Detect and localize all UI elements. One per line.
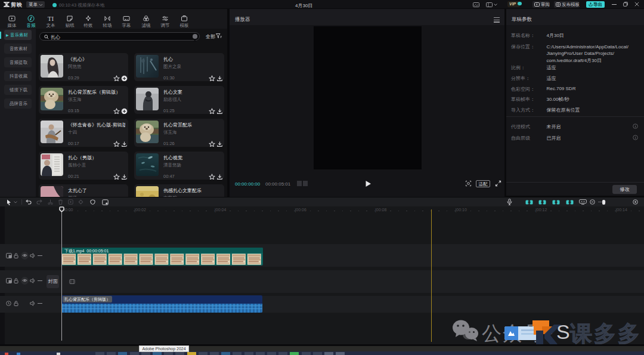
svg-text:TI: TI bbox=[48, 15, 54, 22]
